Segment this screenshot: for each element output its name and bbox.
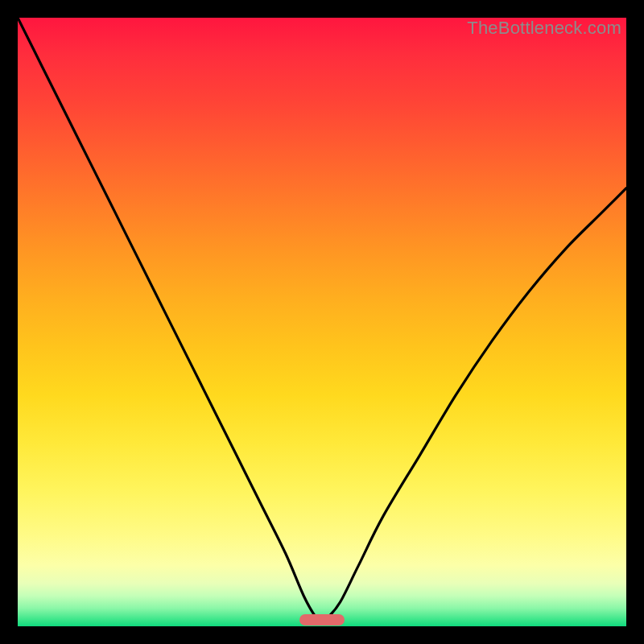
chart-plot-area: TheBottleneck.com bbox=[18, 18, 626, 626]
bottleneck-curve bbox=[18, 18, 626, 626]
trough-marker bbox=[299, 614, 345, 625]
chart-frame: TheBottleneck.com bbox=[0, 0, 644, 644]
watermark-text: TheBottleneck.com bbox=[467, 18, 621, 39]
